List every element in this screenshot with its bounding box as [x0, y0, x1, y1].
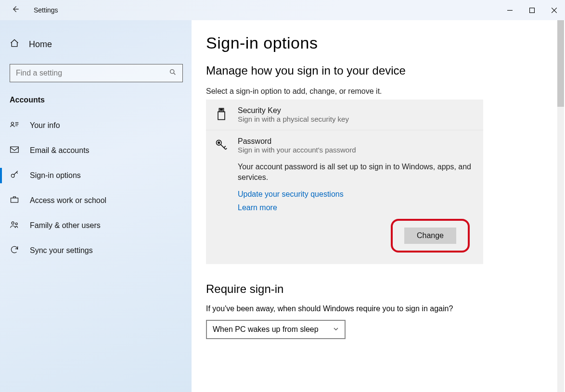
password-body: Your account password is all set up to s…: [238, 162, 475, 183]
sidebar-item-email-accounts[interactable]: Email & accounts: [0, 138, 192, 163]
svg-point-7: [15, 223, 17, 225]
usb-key-icon: [215, 106, 228, 123]
svg-rect-11: [222, 109, 223, 110]
sidebar-search[interactable]: [10, 64, 183, 82]
home-icon: [10, 38, 19, 51]
svg-rect-3: [11, 147, 19, 152]
require-heading: Require sign-in: [206, 282, 551, 296]
sidebar-item-signin-options[interactable]: Sign-in options: [0, 163, 192, 188]
titlebar: Settings: [0, 0, 565, 20]
option-security-key[interactable]: Security Key Sign in with a physical sec…: [206, 100, 483, 130]
svg-point-13: [218, 142, 220, 144]
svg-point-4: [11, 174, 14, 177]
close-button[interactable]: [543, 0, 565, 20]
svg-rect-9: [218, 112, 225, 119]
sidebar: Home Accounts Your info: [0, 20, 192, 392]
require-signin-select[interactable]: When PC wakes up from sleep: [206, 320, 346, 339]
back-button[interactable]: [11, 4, 20, 16]
require-signin-value: When PC wakes up from sleep: [213, 325, 319, 334]
svg-rect-10: [220, 109, 221, 110]
sidebar-item-label: Access work or school: [30, 196, 106, 205]
sidebar-home-label: Home: [29, 39, 52, 50]
manage-desc: Select a sign-in option to add, change, …: [206, 87, 551, 96]
briefcase-icon: [10, 195, 19, 206]
sidebar-item-sync-settings[interactable]: Sync your settings: [0, 238, 192, 263]
user-card-icon: [10, 120, 19, 131]
sync-icon: [10, 245, 19, 256]
option-title: Security Key: [238, 106, 349, 115]
password-key-icon: [215, 137, 228, 153]
option-sub: Sign in with your account's password: [238, 146, 356, 154]
svg-point-1: [170, 70, 174, 74]
minimize-button[interactable]: [499, 0, 521, 20]
highlight-annotation: Change: [391, 219, 470, 253]
content: Sign-in options Manage how you sign in t…: [192, 20, 565, 392]
mail-icon: [10, 145, 19, 156]
svg-rect-0: [529, 8, 534, 13]
app-title: Settings: [34, 6, 58, 14]
sidebar-item-label: Sign-in options: [30, 171, 81, 180]
sidebar-item-label: Sync your settings: [30, 246, 93, 255]
svg-point-2: [11, 122, 13, 125]
require-desc: If you've been away, when should Windows…: [206, 304, 551, 313]
option-title: Password: [238, 137, 356, 146]
search-icon: [169, 68, 177, 78]
key-icon: [10, 170, 19, 181]
chevron-down-icon: [333, 325, 339, 334]
link-learn-more[interactable]: Learn more: [238, 203, 475, 212]
sidebar-home[interactable]: Home: [0, 34, 192, 55]
sidebar-item-label: Your info: [30, 121, 60, 130]
sidebar-item-label: Family & other users: [30, 221, 101, 230]
sidebar-category: Accounts: [0, 82, 192, 113]
option-password[interactable]: Password Sign in with your account's pas…: [206, 130, 483, 264]
sidebar-item-your-info[interactable]: Your info: [0, 113, 192, 138]
svg-point-6: [12, 222, 14, 224]
maximize-button[interactable]: [521, 0, 543, 20]
family-icon: [10, 220, 19, 231]
option-sub: Sign in with a physical security key: [238, 115, 349, 123]
svg-rect-5: [11, 198, 18, 202]
change-button[interactable]: Change: [404, 228, 456, 244]
sidebar-item-label: Email & accounts: [30, 146, 90, 155]
sidebar-item-family-users[interactable]: Family & other users: [0, 213, 192, 238]
manage-heading: Manage how you sign in to your device: [206, 64, 551, 77]
scrollbar-thumb[interactable]: [557, 20, 564, 107]
search-input[interactable]: [16, 69, 161, 77]
link-security-questions[interactable]: Update your security questions: [238, 190, 475, 199]
sidebar-item-work-school[interactable]: Access work or school: [0, 188, 192, 213]
page-title: Sign-in options: [206, 34, 551, 52]
